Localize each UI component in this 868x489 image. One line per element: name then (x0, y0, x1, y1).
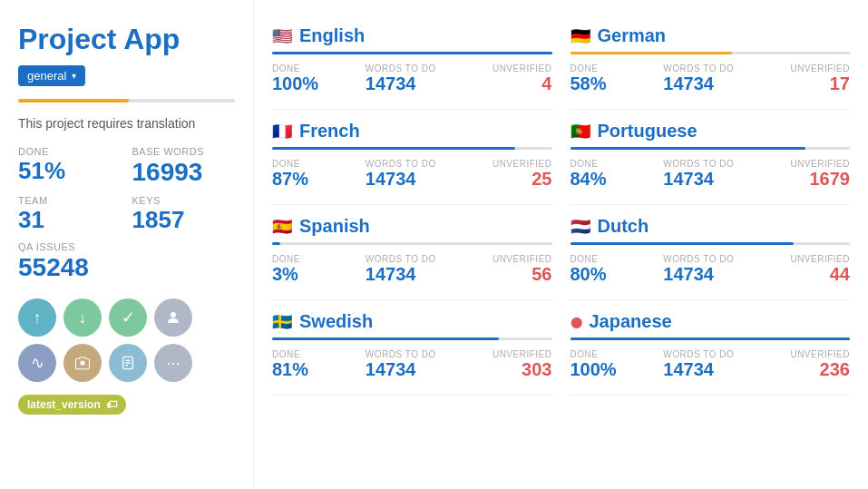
spanish-words: WORDS TO DO 14734 (366, 254, 459, 285)
spanish-flag: 🇪🇸 (272, 217, 292, 237)
japanese-done: DONE 100% (571, 349, 664, 380)
lang-header-portuguese: 🇵🇹 Portuguese (571, 121, 851, 142)
stat-done: DONE 51% (18, 146, 122, 188)
stat-team-value: 31 (18, 206, 122, 234)
french-unverified: UNVERIFIED 25 (459, 159, 552, 190)
lang-card-german[interactable]: 🇩🇪 German DONE 58% WORDS TO DO 14734 UNV… (571, 15, 851, 110)
stat-qa-label: QA ISSUES (18, 241, 122, 252)
app-title: Project App (18, 22, 235, 56)
tag-icon: 🏷 (106, 398, 117, 411)
lang-header-dutch: 🇳🇱 Dutch (571, 216, 851, 237)
lang-card-spanish[interactable]: 🇪🇸 Spanish DONE 3% WORDS TO DO 14734 UNV… (272, 205, 552, 300)
german-progress-fill (571, 52, 733, 54)
stat-base-words: BASE WORDS 16993 (132, 146, 236, 188)
french-name: French (299, 121, 360, 142)
project-note: This project requires translation (18, 115, 235, 133)
stat-qa-value: 55248 (18, 252, 122, 283)
japanese-flag: ⬤ (571, 316, 582, 328)
lang-header-english: 🇺🇸 English (272, 25, 552, 46)
english-words: WORDS TO DO 14734 (366, 64, 459, 94)
dutch-progress-bar (571, 242, 851, 245)
french-words: WORDS TO DO 14734 (366, 159, 459, 190)
stat-done-label: DONE (18, 146, 122, 157)
stat-keys-value: 1857 (132, 206, 236, 234)
lang-header-swedish: 🇸🇪 Swedish (272, 311, 552, 332)
english-progress-fill (272, 52, 552, 54)
swedish-progress-bar (272, 337, 552, 340)
english-stats: DONE 100% WORDS TO DO 14734 UNVERIFIED 4 (272, 64, 552, 94)
japanese-progress-bar (571, 337, 851, 340)
dutch-done: DONE 80% (571, 254, 664, 285)
swedish-progress-fill (272, 337, 499, 340)
spanish-unverified: UNVERIFIED 56 (459, 254, 552, 285)
french-done: DONE 87% (272, 159, 366, 190)
japanese-progress-fill (571, 337, 851, 340)
chevron-down-icon: ▾ (72, 71, 76, 81)
spanish-name: Spanish (299, 216, 370, 237)
french-stats: DONE 87% WORDS TO DO 14734 UNVERIFIED 25 (272, 159, 552, 190)
spanish-stats: DONE 3% WORDS TO DO 14734 UNVERIFIED 56 (272, 254, 552, 285)
lang-card-dutch[interactable]: 🇳🇱 Dutch DONE 80% WORDS TO DO 14734 UNVE… (571, 205, 851, 300)
lang-card-japanese[interactable]: ⬤ Japanese DONE 100% WORDS TO DO 14734 U… (571, 300, 851, 396)
document-icon[interactable] (109, 344, 147, 382)
user-icon[interactable] (154, 298, 192, 337)
general-dropdown[interactable]: general ▾ (18, 65, 85, 86)
version-tag-label: latest_version (27, 398, 101, 411)
download-icon[interactable]: ↓ (63, 298, 102, 337)
dutch-flag: 🇳🇱 (571, 217, 590, 237)
stat-keys-label: KEYS (132, 195, 236, 206)
portuguese-words: WORDS TO DO 14734 (663, 159, 756, 190)
german-flag: 🇩🇪 (571, 26, 590, 46)
overall-progress-bar (18, 99, 235, 103)
portuguese-done: DONE 84% (571, 159, 664, 190)
lang-header-spanish: 🇪🇸 Spanish (272, 216, 552, 237)
spanish-done: DONE 3% (272, 254, 366, 285)
more-icon[interactable]: ··· (154, 344, 192, 382)
action-icons: ↑ ↓ ✓ ∿ ··· (18, 298, 235, 382)
english-name: English (299, 25, 365, 46)
english-progress-bar (272, 52, 552, 54)
svg-point-0 (171, 312, 176, 318)
french-progress-bar (272, 147, 552, 150)
main-content: 🇺🇸 English DONE 100% WORDS TO DO 14734 U… (254, 0, 868, 489)
dropdown-label: general (27, 69, 66, 83)
japanese-stats: DONE 100% WORDS TO DO 14734 UNVERIFIED 2… (571, 349, 851, 380)
lang-header-japanese: ⬤ Japanese (571, 311, 851, 332)
stat-done-value: 51% (18, 157, 122, 185)
camera-icon[interactable] (63, 344, 102, 382)
german-stats: DONE 58% WORDS TO DO 14734 UNVERIFIED 17 (571, 64, 851, 94)
overall-progress-fill (18, 99, 129, 103)
check-icon[interactable]: ✓ (109, 298, 147, 337)
swedish-done: DONE 81% (272, 349, 366, 380)
lang-card-portuguese[interactable]: 🇵🇹 Portuguese DONE 84% WORDS TO DO 14734… (571, 110, 851, 205)
portuguese-name: Portuguese (598, 121, 697, 142)
spanish-progress-bar (272, 242, 552, 245)
japanese-name: Japanese (590, 311, 672, 332)
lang-card-english[interactable]: 🇺🇸 English DONE 100% WORDS TO DO 14734 U… (272, 15, 552, 110)
stat-team: TEAM 31 (18, 195, 122, 234)
activity-icon[interactable]: ∿ (18, 344, 56, 382)
lang-card-french[interactable]: 🇫🇷 French DONE 87% WORDS TO DO 14734 UNV… (272, 110, 552, 205)
sidebar: Project App general ▾ This project requi… (0, 0, 254, 489)
japanese-words: WORDS TO DO 14734 (663, 349, 756, 380)
spanish-progress-fill (272, 242, 280, 245)
french-flag: 🇫🇷 (272, 122, 292, 142)
lang-card-swedish[interactable]: 🇸🇪 Swedish DONE 81% WORDS TO DO 14734 UN… (272, 300, 552, 396)
swedish-unverified: UNVERIFIED 303 (459, 349, 552, 380)
version-tag[interactable]: latest_version 🏷 (18, 395, 126, 415)
upload-icon[interactable]: ↑ (18, 298, 56, 337)
stat-keys: KEYS 1857 (132, 195, 236, 234)
portuguese-unverified: UNVERIFIED 1679 (756, 159, 850, 190)
german-name: German (598, 25, 667, 46)
german-words: WORDS TO DO 14734 (663, 64, 756, 94)
swedish-flag: 🇸🇪 (272, 312, 292, 332)
stat-qa: QA ISSUES 55248 (18, 241, 122, 283)
german-unverified: UNVERIFIED 17 (756, 64, 850, 94)
dutch-progress-fill (571, 242, 795, 245)
stats-grid: DONE 51% BASE WORDS 16993 TEAM 31 KEYS 1… (18, 146, 235, 282)
swedish-words: WORDS TO DO 14734 (366, 349, 459, 380)
dutch-stats: DONE 80% WORDS TO DO 14734 UNVERIFIED 44 (571, 254, 851, 285)
lang-header-french: 🇫🇷 French (272, 121, 552, 142)
swedish-stats: DONE 81% WORDS TO DO 14734 UNVERIFIED 30… (272, 349, 552, 380)
japanese-unverified: UNVERIFIED 236 (756, 349, 850, 380)
